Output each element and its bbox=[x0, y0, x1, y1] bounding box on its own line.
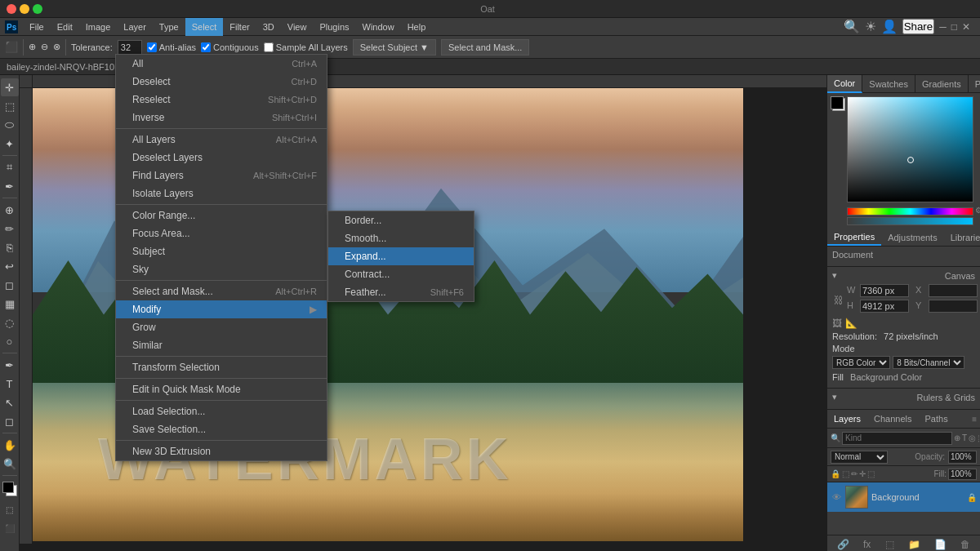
antialias-checkbox[interactable] bbox=[147, 42, 157, 52]
menu-view[interactable]: View bbox=[281, 18, 314, 36]
canvas-icon2[interactable]: 📐 bbox=[845, 318, 858, 329]
hand-tool[interactable]: ✋ bbox=[1, 436, 19, 454]
menu-edit[interactable]: Edit bbox=[51, 18, 79, 36]
width-input[interactable] bbox=[860, 284, 909, 297]
move-tool[interactable]: ✛ bbox=[1, 78, 19, 96]
discover-icon[interactable]: ☀ bbox=[865, 19, 876, 34]
shape-tool[interactable]: ◻ bbox=[1, 412, 19, 430]
add-mask-icon[interactable]: ⬚ bbox=[885, 539, 894, 550]
menu-layer[interactable]: Layer bbox=[117, 18, 153, 36]
hue-slider[interactable] bbox=[847, 207, 973, 216]
canvas[interactable]: WATERMARK bbox=[33, 88, 743, 541]
window-controls[interactable] bbox=[7, 4, 42, 14]
contiguous-checkbox[interactable] bbox=[201, 42, 211, 52]
color-mode-select[interactable]: RGB Color bbox=[832, 356, 890, 369]
clone-tool[interactable]: ⎘ bbox=[1, 238, 19, 256]
marquee-tool[interactable]: ⬚ bbox=[1, 97, 19, 115]
crop-tool[interactable]: ⌗ bbox=[1, 158, 19, 176]
restore-icon[interactable]: □ bbox=[951, 21, 957, 33]
blend-mode-select[interactable]: Normal bbox=[831, 451, 888, 464]
sample-all-layers-option[interactable]: Sample All Layers bbox=[264, 42, 348, 52]
zoom-tool[interactable]: 🔍 bbox=[1, 455, 19, 473]
select-and-mask-button[interactable]: Select and Mask... bbox=[441, 39, 530, 56]
tab-libraries[interactable]: Libraries bbox=[944, 229, 980, 246]
new-group-icon[interactable]: 📁 bbox=[908, 539, 920, 550]
history-brush-tool[interactable]: ↩ bbox=[1, 257, 19, 275]
close-icon[interactable]: ✕ bbox=[962, 21, 970, 33]
screen-mode-btn[interactable]: ⬛ bbox=[1, 519, 19, 537]
height-input[interactable] bbox=[860, 300, 909, 313]
tab-layers[interactable]: Layers bbox=[827, 410, 867, 428]
new-layer-icon[interactable]: 📄 bbox=[934, 539, 947, 550]
bit-depth-select[interactable]: 8 Bits/Channel bbox=[893, 356, 964, 369]
pen-tool[interactable]: ✒ bbox=[1, 356, 19, 374]
canvas-icon1[interactable]: 🖼 bbox=[832, 318, 842, 329]
select-subject-button[interactable]: Select Subject ▼ bbox=[353, 39, 436, 56]
lock-position-icon[interactable]: ✛ bbox=[859, 469, 866, 478]
eyedropper-tool[interactable]: ✒ bbox=[1, 177, 19, 195]
sample-all-layers-checkbox[interactable] bbox=[264, 42, 274, 52]
minimize-button[interactable] bbox=[20, 4, 29, 14]
minimize-icon[interactable]: ─ bbox=[939, 21, 947, 33]
healing-tool[interactable]: ⊕ bbox=[1, 201, 19, 219]
maximize-button[interactable] bbox=[33, 4, 42, 14]
brush-tool[interactable]: ✏ bbox=[1, 220, 19, 238]
link-layers-icon[interactable]: 🔗 bbox=[837, 539, 849, 550]
contiguous-option[interactable]: Contiguous bbox=[201, 42, 259, 52]
opacity-slider[interactable] bbox=[847, 217, 973, 225]
type-tool[interactable]: T bbox=[1, 375, 19, 393]
delete-layer-icon[interactable]: 🗑 bbox=[960, 539, 970, 550]
close-button[interactable] bbox=[7, 4, 16, 14]
tab-adjustments[interactable]: Adjustments bbox=[881, 229, 944, 246]
gradient-tool[interactable]: ▦ bbox=[1, 295, 19, 313]
filter-icon3[interactable]: ◎ bbox=[969, 433, 976, 442]
add-style-icon[interactable]: fx bbox=[863, 539, 871, 550]
lock-transparent-icon[interactable]: ⬚ bbox=[842, 469, 849, 478]
color-gradient-picker[interactable] bbox=[847, 96, 973, 202]
tab-patterns[interactable]: Patterns bbox=[969, 75, 980, 93]
y-input[interactable] bbox=[929, 300, 978, 313]
add-mode-icon[interactable]: ⊕ bbox=[29, 42, 36, 52]
layers-filter-input[interactable] bbox=[842, 432, 952, 445]
antialias-option[interactable]: Anti-alias bbox=[147, 42, 196, 52]
intersect-mode-icon[interactable]: ⊗ bbox=[53, 42, 60, 52]
color-settings-icon[interactable]: ⚙ bbox=[975, 206, 980, 215]
filter-icon1[interactable]: ⊕ bbox=[954, 433, 960, 442]
fg-color-box[interactable] bbox=[831, 96, 844, 109]
quick-mask-btn[interactable]: ⬚ bbox=[1, 500, 19, 518]
tab-swatches[interactable]: Swatches bbox=[862, 75, 915, 93]
layers-panel-menu[interactable]: ≡ bbox=[969, 410, 980, 428]
quick-select-tool[interactable]: ✦ bbox=[1, 135, 19, 153]
menu-file[interactable]: File bbox=[23, 18, 51, 36]
chain-link-icon[interactable]: ⛓ bbox=[832, 295, 844, 305]
tolerance-input[interactable] bbox=[118, 40, 142, 55]
x-input[interactable] bbox=[929, 284, 978, 297]
tab-paths[interactable]: Paths bbox=[919, 410, 955, 428]
foreground-background-color[interactable] bbox=[1, 480, 19, 498]
tab-gradients[interactable]: Gradients bbox=[915, 75, 969, 93]
menu-filter[interactable]: Filter bbox=[223, 18, 256, 36]
opacity-input[interactable] bbox=[948, 451, 977, 464]
menu-window[interactable]: Window bbox=[356, 18, 401, 36]
blur-tool[interactable]: ◌ bbox=[1, 313, 19, 331]
account-icon[interactable]: 👤 bbox=[881, 19, 898, 34]
rulers-grids-header[interactable]: ▾ Rulers & Grids bbox=[832, 392, 975, 402]
lock-artboard-icon[interactable]: ⬚ bbox=[867, 469, 875, 478]
eraser-tool[interactable]: ◻ bbox=[1, 276, 19, 294]
subtract-mode-icon[interactable]: ⊖ bbox=[41, 42, 48, 52]
tab-properties[interactable]: Properties bbox=[827, 229, 881, 246]
lock-image-icon[interactable]: ✏ bbox=[851, 469, 858, 478]
menu-select[interactable]: Select bbox=[185, 18, 224, 36]
canvas-header[interactable]: ▾ Canvas bbox=[832, 270, 975, 281]
tab-channels[interactable]: Channels bbox=[867, 410, 918, 428]
share-button[interactable]: Share bbox=[902, 19, 935, 34]
layer-item-background[interactable]: 👁 Background 🔒 bbox=[827, 482, 980, 512]
menu-type[interactable]: Type bbox=[153, 18, 185, 36]
menu-3d[interactable]: 3D bbox=[256, 18, 281, 36]
dodge-tool[interactable]: ○ bbox=[1, 332, 19, 350]
document-header[interactable]: Document bbox=[832, 250, 975, 260]
menu-plugins[interactable]: Plugins bbox=[313, 18, 355, 36]
fill-input[interactable] bbox=[948, 469, 977, 480]
tab-color[interactable]: Color bbox=[827, 75, 862, 93]
lasso-tool[interactable]: ⬭ bbox=[1, 116, 19, 134]
